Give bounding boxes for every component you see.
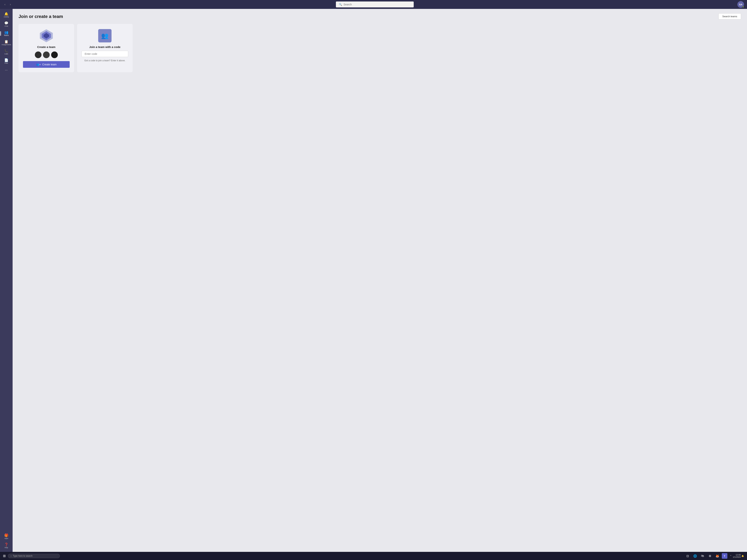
store-icon[interactable]: 🛍 <box>700 553 705 559</box>
taskbar-time-display: 12:00 <box>733 554 741 556</box>
sidebar-label-help: Help <box>5 547 8 549</box>
sidebar-label-calls: Calls <box>4 53 8 55</box>
chevron-up-icon[interactable]: ^ <box>729 554 732 558</box>
edge-icon[interactable]: 🌐 <box>692 553 698 559</box>
sidebar: 🔔 Activity 💬 Chat 👥 Teams 📋 Assignments … <box>0 9 12 552</box>
join-code-hint: Got a code to join a team? Enter it abov… <box>84 59 125 62</box>
teams-taskbar-button[interactable]: T <box>722 553 727 559</box>
title-bar: ‹ › 🔍 SA <box>0 0 747 9</box>
firefox-icon[interactable]: 🦊 <box>714 553 720 559</box>
apps-icon: 🎁 <box>4 534 8 537</box>
join-team-illustration: 👥 <box>98 29 111 43</box>
avatar-circle-2 <box>43 52 50 58</box>
assignments-icon: 📋 <box>4 40 8 43</box>
main-area: 🔔 Activity 💬 Chat 👥 Teams 📋 Assignments … <box>0 9 747 552</box>
avatar[interactable]: SA <box>737 1 744 8</box>
create-team-button[interactable]: 👥+ Create team <box>23 61 70 68</box>
teams-logo-svg <box>39 28 54 43</box>
chrome-icon[interactable]: ⚙ <box>707 553 713 559</box>
search-bar-container: 🔍 <box>12 1 737 7</box>
sidebar-label-apps: Apps <box>4 537 8 539</box>
teams-taskbar-label: T <box>724 555 725 557</box>
search-bar[interactable]: 🔍 <box>336 1 414 7</box>
page-title: Join or create a team <box>19 14 63 19</box>
create-team-title: Create a team <box>37 45 55 49</box>
sidebar-item-calls[interactable]: 📞 Calls <box>1 48 11 56</box>
sidebar-label-teams: Teams <box>4 34 9 36</box>
notification-icon[interactable]: 🔔 <box>742 555 744 557</box>
taskbar-tray: ^ 12:00 1/1/2024 🔔 <box>728 554 746 558</box>
nav-arrows: ‹ › <box>3 2 12 7</box>
taskbar: ⊞ ○ Type here to search ⊡ 🌐 🛍 ⚙ 🦊 T ^ 12… <box>0 552 747 560</box>
calls-icon: 📞 <box>4 49 8 53</box>
forward-button[interactable]: › <box>8 2 12 7</box>
search-icon: 🔍 <box>339 3 342 6</box>
create-team-illustration <box>39 28 54 43</box>
teams-icon: 👥 <box>4 31 8 34</box>
join-code-input[interactable] <box>81 51 128 57</box>
taskbar-date-display: 1/1/2024 <box>733 556 741 558</box>
sidebar-item-apps[interactable]: 🎁 Apps <box>1 532 11 541</box>
taskbar-search-icon: ○ <box>10 555 12 557</box>
join-team-card: 👥 Join a team with a code Got a code to … <box>77 24 133 72</box>
sidebar-label-activity: Activity <box>4 16 9 18</box>
sidebar-label-assignments: Assignments <box>1 44 11 46</box>
join-team-title: Join a team with a code <box>89 45 121 49</box>
sidebar-item-files[interactable]: 📄 Files <box>1 57 11 65</box>
status-badge <box>742 6 744 8</box>
create-team-btn-icon: 👥+ <box>36 63 41 66</box>
avatar-circle-1 <box>35 52 42 58</box>
help-icon: ❓ <box>4 543 8 546</box>
content-area: Join or create a team Search teams Creat… <box>12 9 747 552</box>
files-icon: 📄 <box>4 58 8 62</box>
taskbar-search-label: Type here to search <box>13 555 32 557</box>
join-team-icon-symbol: 👥 <box>101 32 108 39</box>
avatar-circles <box>35 52 58 58</box>
sidebar-item-activity[interactable]: 🔔 Activity <box>1 11 11 19</box>
sidebar-item-chat[interactable]: 💬 Chat <box>1 20 11 28</box>
create-team-btn-label: Create team <box>42 63 56 66</box>
task-view-button[interactable]: ⊡ <box>685 553 691 559</box>
taskbar-search[interactable]: ○ Type here to search <box>8 554 60 558</box>
taskbar-icons: ⊡ 🌐 🛍 ⚙ 🦊 T <box>685 553 727 559</box>
activity-icon: 🔔 <box>4 12 8 16</box>
avatar-circle-3 <box>51 52 58 58</box>
chat-icon: 💬 <box>4 22 8 25</box>
create-team-card: Create a team 👥+ Create team <box>19 24 74 72</box>
join-team-icon-wrapper: 👥 <box>98 28 112 43</box>
sidebar-item-teams[interactable]: 👥 Teams <box>1 29 11 38</box>
sidebar-label-files: Files <box>4 62 8 64</box>
search-teams-button[interactable]: Search teams <box>719 14 741 20</box>
avatar-initials: SA <box>739 3 742 6</box>
more-button[interactable]: ... <box>3 66 9 73</box>
sidebar-label-chat: Chat <box>4 25 8 27</box>
back-button[interactable]: ‹ <box>3 2 7 7</box>
create-team-icon-wrapper <box>39 28 54 43</box>
sidebar-item-help[interactable]: ❓ Help <box>1 541 11 550</box>
cards-container: Create a team 👥+ Create team 👥 <box>19 24 741 72</box>
sidebar-item-assignments[interactable]: 📋 Assignments <box>1 38 11 47</box>
search-input[interactable] <box>343 3 411 6</box>
taskbar-time: 12:00 1/1/2024 <box>733 554 741 558</box>
page-header: Join or create a team Search teams <box>19 14 741 20</box>
start-button[interactable]: ⊞ <box>1 553 7 559</box>
